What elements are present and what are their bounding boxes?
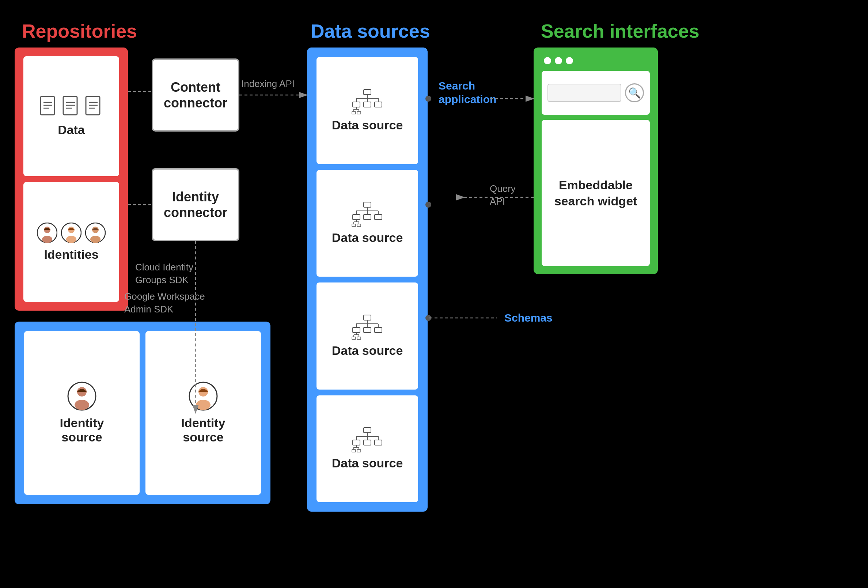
svg-rect-74: [375, 440, 382, 445]
search-icon[interactable]: 🔍: [625, 83, 644, 102]
svg-point-17: [66, 236, 77, 243]
svg-rect-57: [353, 328, 360, 332]
data-box: Data: [24, 56, 119, 176]
svg-text:Admin SDK: Admin SDK: [124, 304, 174, 315]
svg-rect-49: [352, 224, 356, 227]
svg-rect-51: [364, 315, 371, 320]
identity-connector-label: Identityconnector: [164, 189, 227, 220]
org-icon-2: [351, 201, 384, 227]
svg-rect-65: [357, 337, 361, 340]
person-icon-3: [85, 223, 106, 243]
data-label: Data: [58, 123, 85, 137]
identity-source-label-1: Identitysource: [60, 416, 104, 445]
svg-rect-28: [364, 102, 371, 107]
svg-rect-59: [375, 328, 382, 332]
svg-text:Schemas: Schemas: [504, 312, 553, 324]
content-connector-box: Contentconnector: [152, 59, 239, 131]
svg-text:Search: Search: [438, 80, 475, 92]
svg-rect-36: [364, 202, 371, 207]
datasource-label-1: Data source: [332, 118, 403, 132]
datasource-label-2: Data source: [332, 230, 403, 245]
svg-rect-42: [353, 214, 360, 220]
window-dot-3: [566, 57, 573, 64]
svg-text:Indexing API: Indexing API: [241, 78, 295, 89]
svg-text:application: application: [438, 93, 496, 105]
doc-icon-1: [39, 96, 58, 118]
svg-rect-44: [375, 214, 382, 220]
diagram-container: Repositories Data sources Search interfa…: [0, 0, 868, 588]
repositories-box: Data: [15, 47, 128, 311]
datasources-box: Data source Data source: [307, 47, 428, 512]
identity-source-2: Identitysource: [145, 331, 261, 495]
svg-text:Groups SDK: Groups SDK: [135, 275, 189, 285]
svg-rect-64: [352, 337, 356, 340]
svg-text:API: API: [490, 196, 505, 207]
svg-rect-72: [353, 440, 360, 445]
person-icons: [37, 223, 106, 243]
window-dot-2: [555, 57, 562, 64]
title-repositories: Repositories: [22, 20, 137, 42]
svg-rect-43: [364, 214, 371, 220]
identity-source-1: Identitysource: [24, 331, 140, 495]
identity-source-person-1: [67, 381, 96, 411]
org-icon-1: [351, 89, 384, 114]
identity-connector-box: Identityconnector: [152, 168, 239, 241]
identity-source-person-2: [189, 381, 218, 411]
svg-rect-21: [364, 90, 371, 95]
content-connector-label: Contentconnector: [164, 79, 227, 111]
title-search-interfaces: Search interfaces: [541, 20, 700, 42]
data-icons: [39, 96, 103, 118]
svg-rect-29: [375, 102, 382, 107]
identities-label: Identities: [44, 247, 98, 261]
search-input[interactable]: [548, 84, 621, 102]
svg-point-20: [90, 236, 100, 243]
svg-point-86: [196, 400, 211, 410]
org-icon-4: [351, 427, 384, 452]
person-icon-1: [37, 223, 58, 243]
search-bar-box: 🔍: [542, 71, 650, 115]
window-chrome: [542, 56, 650, 66]
svg-rect-27: [353, 102, 360, 107]
search-interfaces-box: 🔍 Embeddable search widget: [534, 47, 658, 274]
person-icon-2: [61, 223, 81, 243]
svg-rect-73: [364, 440, 371, 445]
svg-rect-58: [364, 328, 371, 332]
widget-box: Embeddable search widget: [542, 120, 650, 266]
svg-text:Google Workspace: Google Workspace: [124, 291, 205, 302]
datasource-box-4: Data source: [316, 395, 418, 502]
svg-rect-34: [352, 111, 356, 114]
svg-rect-66: [364, 428, 371, 433]
datasource-label-3: Data source: [332, 344, 403, 358]
org-icon-3: [351, 314, 384, 340]
datasource-label-4: Data source: [332, 456, 403, 470]
doc-icon-3: [84, 96, 103, 118]
svg-text:Query: Query: [490, 183, 516, 194]
title-datasources: Data sources: [311, 20, 430, 42]
svg-rect-35: [357, 111, 361, 114]
svg-point-14: [42, 236, 52, 243]
window-dot-1: [544, 57, 551, 64]
svg-rect-50: [357, 224, 361, 227]
svg-rect-79: [352, 449, 356, 452]
identity-source-label-2: Identitysource: [181, 416, 226, 445]
identities-box: Identities: [24, 182, 119, 302]
doc-icon-2: [62, 96, 81, 118]
identity-sources-box: Identitysource Identitysource: [15, 322, 270, 504]
datasource-box-1: Data source: [316, 57, 418, 164]
svg-text:Cloud Identity: Cloud Identity: [135, 261, 193, 273]
datasource-box-2: Data source: [316, 170, 418, 277]
svg-rect-80: [357, 449, 361, 452]
datasource-box-3: Data source: [316, 282, 418, 390]
svg-point-83: [75, 400, 89, 410]
widget-label: Embeddable search widget: [549, 177, 642, 209]
